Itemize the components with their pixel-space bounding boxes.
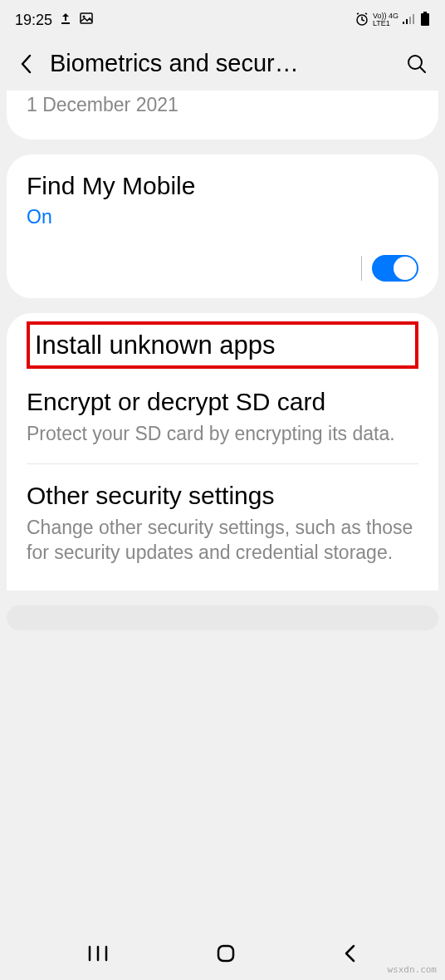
find-my-mobile-card[interactable]: Find My Mobile On [7,154,438,298]
security-options-card: Install unknown apps Encrypt or decrypt … [7,313,438,590]
other-desc: Change other security settings, such as … [27,516,418,566]
recents-button[interactable] [86,944,110,966]
navigation-bar [0,930,445,980]
svg-rect-5 [409,17,411,24]
svg-rect-3 [403,22,404,24]
upload-icon [59,12,72,29]
status-bar: 19:25 Vo)) 4GLTE1 [0,0,445,33]
other-title: Other security settings [27,481,418,511]
divider [361,256,362,281]
find-my-mobile-status: On [27,206,418,228]
clipped-title [27,86,418,94]
encrypt-title: Encrypt or decrypt SD card [27,387,418,417]
encrypt-sd-item[interactable]: Encrypt or decrypt SD card Protect your … [27,382,418,463]
svg-rect-4 [406,19,408,24]
install-unknown-title: Install unknown apps [35,330,410,360]
svg-rect-8 [421,13,429,26]
volte-4g-icon: Vo)) 4GLTE1 [373,12,399,27]
page-title: Biometrics and secur… [50,50,390,77]
install-unknown-apps-item[interactable]: Install unknown apps [27,321,418,369]
find-my-mobile-title: Find My Mobile [27,171,418,201]
search-button[interactable] [403,51,430,77]
watermark: wsxdn.com [387,964,437,975]
svg-rect-13 [218,946,233,961]
update-date: 1 December 2021 [27,94,418,116]
security-update-card[interactable]: 1 December 2021 [7,91,438,140]
content-area: 1 December 2021 Find My Mobile On Instal… [0,91,445,590]
status-left: 19:25 [15,11,94,30]
nav-back-button[interactable] [342,943,359,968]
svg-rect-6 [413,14,414,24]
signal-icon [402,13,417,27]
battery-icon [420,12,430,29]
svg-rect-7 [423,12,427,13]
other-security-item[interactable]: Other security settings Change other sec… [27,463,418,582]
home-button[interactable] [215,943,237,968]
alarm-icon [355,12,369,29]
toggle-row [27,255,418,282]
encrypt-desc: Protect your SD card by encrypting its d… [27,422,418,447]
image-icon [79,11,94,30]
partial-card-bottom [7,605,438,630]
status-right: Vo)) 4GLTE1 [355,12,430,29]
back-button[interactable] [17,54,37,74]
app-header: Biometrics and secur… [0,33,445,91]
status-time: 19:25 [15,12,52,29]
find-my-mobile-toggle[interactable] [372,255,418,282]
